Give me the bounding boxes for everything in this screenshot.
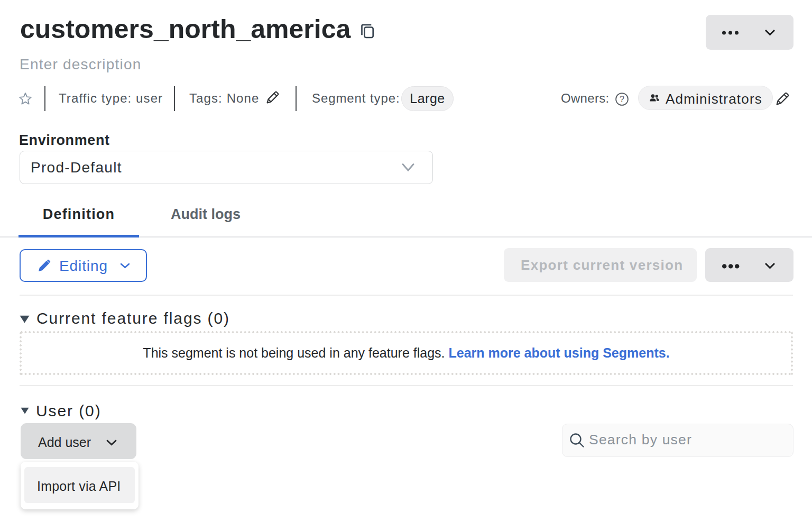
svg-text:?: ? (620, 95, 624, 104)
